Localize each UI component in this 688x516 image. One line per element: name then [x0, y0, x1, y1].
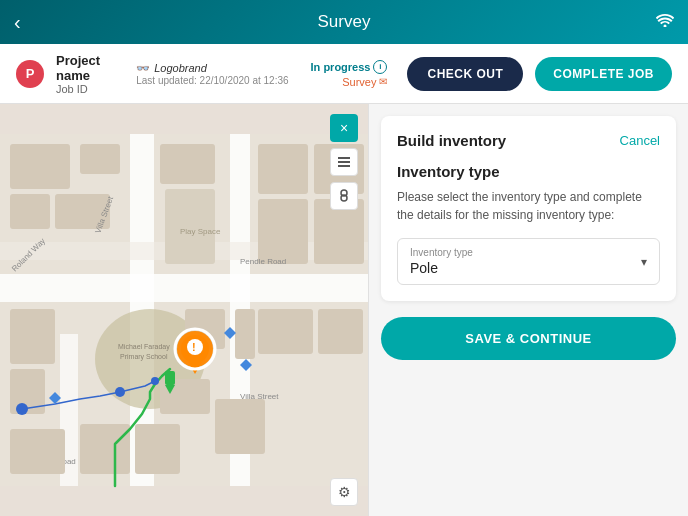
svg-point-34: [151, 377, 159, 385]
svg-rect-8: [10, 194, 50, 229]
toolbar: P Project name Job ID 👓 Logobrand Last u…: [0, 44, 688, 104]
project-id: Job ID: [56, 83, 124, 95]
complete-job-button[interactable]: COMPLETE JOB: [535, 57, 672, 91]
svg-rect-29: [235, 309, 255, 359]
inventory-type-dropdown[interactable]: Inventory type Pole ▾: [397, 238, 660, 285]
main-content: Play Space Michael Faraday Primary Schoo…: [0, 104, 688, 516]
menu-icon[interactable]: [330, 148, 358, 176]
svg-text:!: !: [192, 341, 196, 353]
map-area[interactable]: Play Space Michael Faraday Primary Schoo…: [0, 104, 368, 516]
svg-rect-7: [80, 144, 120, 174]
right-panel: Build inventory Cancel Inventory type Pl…: [368, 104, 688, 516]
back-button[interactable]: ‹: [14, 11, 21, 34]
page-title: Survey: [318, 12, 371, 32]
svg-rect-20: [318, 309, 363, 354]
chevron-down-icon: ▾: [641, 255, 647, 269]
info-icon: i: [373, 60, 387, 74]
svg-text:Pendle Road: Pendle Road: [240, 257, 286, 266]
map-controls: ×: [330, 114, 358, 210]
svg-point-32: [16, 403, 28, 415]
svg-rect-19: [258, 309, 313, 354]
svg-rect-30: [165, 371, 175, 385]
map-svg: Play Space Michael Faraday Primary Schoo…: [0, 104, 368, 516]
svg-rect-16: [258, 199, 308, 264]
settings-icon[interactable]: ⚙: [330, 478, 358, 506]
svg-text:Primary School: Primary School: [120, 353, 168, 361]
svg-text:Play Space: Play Space: [180, 227, 221, 236]
svg-rect-10: [10, 309, 55, 364]
status-in-progress: In progress i: [311, 60, 388, 74]
svg-rect-6: [10, 144, 70, 189]
status-survey: Survey ✉: [342, 76, 387, 88]
brand-logo: 👓 Logobrand: [136, 62, 207, 75]
app-header: ‹ Survey: [0, 0, 688, 44]
inventory-desc: Please select the inventory type and com…: [397, 188, 660, 224]
inventory-type-title: Inventory type: [397, 163, 660, 180]
brand-name: Logobrand: [154, 62, 207, 74]
svg-rect-1: [0, 274, 368, 302]
close-map-button[interactable]: ×: [330, 114, 358, 142]
svg-point-33: [115, 387, 125, 397]
status-area: In progress i Survey ✉: [311, 60, 388, 88]
dropdown-label: Inventory type: [410, 247, 647, 258]
svg-rect-12: [160, 144, 215, 184]
svg-rect-51: [10, 429, 65, 474]
svg-rect-24: [80, 424, 130, 474]
svg-text:Villa Street: Villa Street: [240, 392, 279, 401]
svg-text:Michael Faraday: Michael Faraday: [118, 343, 170, 351]
wifi-icon: [656, 13, 674, 31]
card-header: Build inventory Cancel: [397, 132, 660, 149]
svg-rect-15: [258, 144, 308, 194]
cancel-button[interactable]: Cancel: [620, 133, 660, 148]
project-logo: P: [16, 60, 44, 88]
build-inventory-card: Build inventory Cancel Inventory type Pl…: [381, 116, 676, 301]
brand-eyes-icon: 👓: [136, 62, 150, 75]
save-continue-button[interactable]: SAVE & CONTINUE: [381, 317, 676, 360]
last-updated: Last updated: 22/10/2020 at 12:36: [136, 75, 288, 86]
svg-rect-25: [135, 424, 180, 474]
svg-rect-27: [215, 399, 265, 454]
project-info: Project name Job ID: [56, 53, 124, 95]
card-title: Build inventory: [397, 132, 506, 149]
mail-icon: ✉: [379, 76, 387, 87]
checkout-button[interactable]: CHECK OUT: [407, 57, 523, 91]
layers-icon[interactable]: [330, 182, 358, 210]
project-name: Project name: [56, 53, 124, 83]
dropdown-value: Pole: [410, 260, 647, 276]
